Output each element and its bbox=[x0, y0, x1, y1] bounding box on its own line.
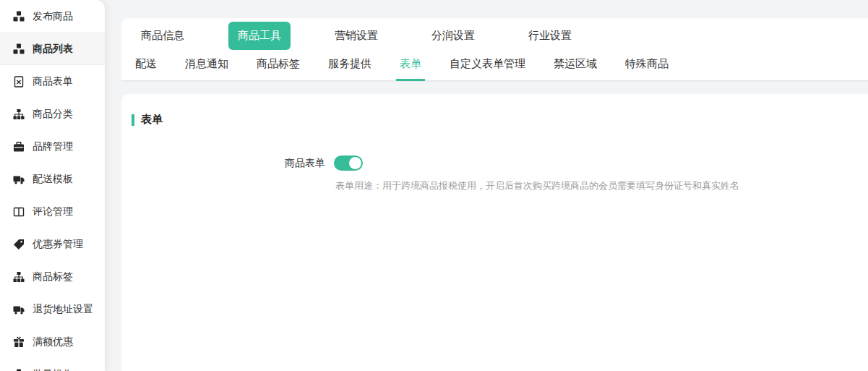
sidebar-item-满额优惠[interactable]: 满额优惠 bbox=[0, 325, 105, 358]
sidebar-item-配送模板[interactable]: 配送模板 bbox=[0, 163, 105, 195]
sidebar-item-发布商品[interactable]: 发布商品 bbox=[0, 0, 105, 33]
sidebar-item-label: 发布商品 bbox=[33, 10, 73, 23]
sidebar-item-label: 配送模板 bbox=[33, 173, 73, 186]
sidebar-item-退货地址设置[interactable]: 退货地址设置 bbox=[0, 293, 105, 325]
sidebar-item-label: 商品分类 bbox=[33, 108, 73, 121]
sitemap-icon bbox=[13, 108, 25, 120]
subtab-服务提供[interactable]: 服务提供 bbox=[325, 54, 375, 80]
sidebar-item-label: 商品标签 bbox=[33, 270, 73, 283]
section-header: 表单 bbox=[132, 113, 868, 127]
subtab-自定义表单管理[interactable]: 自定义表单管理 bbox=[446, 54, 529, 80]
subtab-禁运区域[interactable]: 禁运区域 bbox=[550, 54, 601, 80]
columns-icon bbox=[13, 206, 25, 218]
sidebar-item-label: 批量操作 bbox=[33, 368, 73, 371]
file-excel-icon bbox=[13, 76, 25, 88]
subtab-特殊商品[interactable]: 特殊商品 bbox=[622, 54, 672, 80]
sidebar-item-商品列表[interactable]: 商品列表 bbox=[0, 33, 105, 65]
subtab-配送[interactable]: 配送 bbox=[132, 54, 160, 80]
sidebar: 发布商品商品列表商品表单商品分类品牌管理配送模板评论管理优惠券管理商品标签退货地… bbox=[0, 0, 105, 371]
tag-icon bbox=[13, 239, 25, 250]
briefcase-icon bbox=[13, 141, 25, 153]
secondary-tabs: 配送消息通知商品标签服务提供表单自定义表单管理禁运区域特殊商品 bbox=[121, 54, 868, 82]
cubes-icon bbox=[13, 11, 25, 22]
tab-商品工具[interactable]: 商品工具 bbox=[228, 22, 291, 50]
product-form-toggle[interactable] bbox=[334, 155, 363, 171]
sitemap-icon bbox=[13, 271, 25, 283]
sidebar-item-批量操作[interactable]: 批量操作 bbox=[0, 358, 105, 371]
tab-商品信息[interactable]: 商品信息 bbox=[132, 22, 194, 50]
truck-icon bbox=[13, 304, 25, 315]
sidebar-item-label: 评论管理 bbox=[33, 205, 73, 218]
form-help-text: 表单用途：用于跨境商品报税使用，开启后首次购买跨境商品的会员需要填写身份证号和真… bbox=[335, 179, 868, 192]
cubes-icon bbox=[13, 369, 25, 371]
cubes-icon bbox=[13, 43, 25, 55]
subtab-表单[interactable]: 表单 bbox=[396, 54, 425, 80]
tab-分润设置[interactable]: 分润设置 bbox=[422, 22, 484, 50]
sidebar-item-label: 品牌管理 bbox=[33, 140, 73, 153]
sidebar-item-label: 商品列表 bbox=[33, 43, 73, 56]
sidebar-item-label: 退货地址设置 bbox=[33, 303, 93, 316]
sidebar-item-label: 优惠券管理 bbox=[33, 238, 83, 251]
subtab-商品标签[interactable]: 商品标签 bbox=[253, 54, 304, 80]
toggle-knob-icon bbox=[349, 157, 361, 169]
product-form-label: 商品表单 bbox=[132, 157, 325, 170]
sidebar-item-品牌管理[interactable]: 品牌管理 bbox=[0, 130, 105, 163]
section-title: 表单 bbox=[141, 113, 163, 127]
sidebar-item-label: 商品表单 bbox=[33, 75, 73, 88]
primary-tabs: 商品信息商品工具营销设置分润设置行业设置 bbox=[121, 18, 868, 53]
sidebar-item-商品分类[interactable]: 商品分类 bbox=[0, 98, 105, 130]
sidebar-item-商品标签[interactable]: 商品标签 bbox=[0, 260, 105, 293]
sidebar-item-label: 满额优惠 bbox=[33, 336, 73, 349]
content-card: 表单 商品表单 表单用途：用于跨境商品报税使用，开启后首次购买跨境商品的会员需要… bbox=[121, 94, 868, 371]
sidebar-item-优惠券管理[interactable]: 优惠券管理 bbox=[0, 228, 105, 260]
tab-营销设置[interactable]: 营销设置 bbox=[325, 22, 387, 50]
sidebar-item-评论管理[interactable]: 评论管理 bbox=[0, 195, 105, 228]
sidebar-menu: 发布商品商品列表商品表单商品分类品牌管理配送模板评论管理优惠券管理商品标签退货地… bbox=[0, 0, 105, 371]
tab-行业设置[interactable]: 行业设置 bbox=[519, 22, 581, 50]
subtab-消息通知[interactable]: 消息通知 bbox=[181, 54, 232, 80]
form-row: 商品表单 bbox=[132, 155, 868, 171]
truck-icon bbox=[13, 174, 25, 185]
section-accent-bar bbox=[132, 114, 134, 126]
settings-tabs-card: 商品信息商品工具营销设置分润设置行业设置 配送消息通知商品标签服务提供表单自定义… bbox=[121, 18, 868, 82]
gift-icon bbox=[13, 336, 25, 348]
sidebar-item-商品表单[interactable]: 商品表单 bbox=[0, 65, 105, 98]
